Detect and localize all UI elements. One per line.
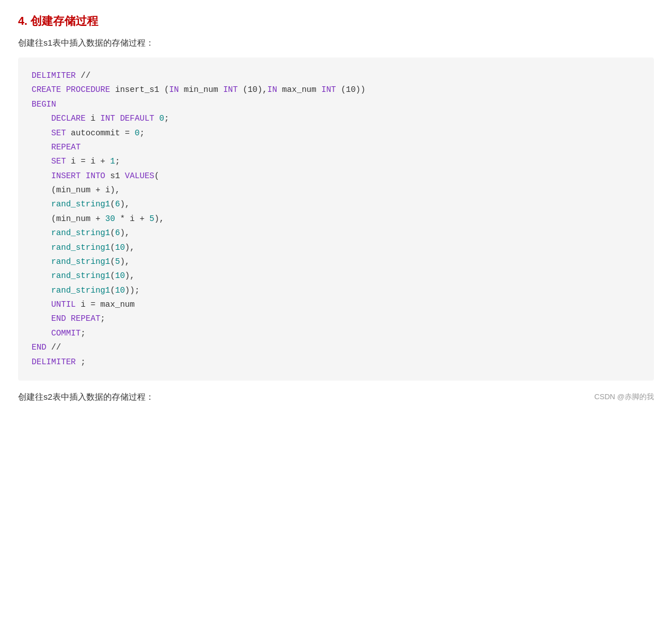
description-1: 创建往s1表中插入数据的存储过程：	[18, 38, 654, 48]
code-block: DELIMITER // CREATE PROCEDURE insert_s1 …	[18, 58, 654, 381]
description-2: 创建往s2表中插入数据的存储过程：	[18, 392, 154, 403]
footer-row: 创建往s2表中插入数据的存储过程： CSDN @赤脚的我	[18, 392, 654, 403]
code-content: DELIMITER // CREATE PROCEDURE insert_s1 …	[32, 69, 640, 369]
section-heading: 创建存储过程	[30, 15, 98, 27]
section-title: 4. 创建存储过程	[18, 14, 654, 29]
section-number: 4.	[18, 15, 28, 27]
credit-text: CSDN @赤脚的我	[594, 392, 654, 402]
